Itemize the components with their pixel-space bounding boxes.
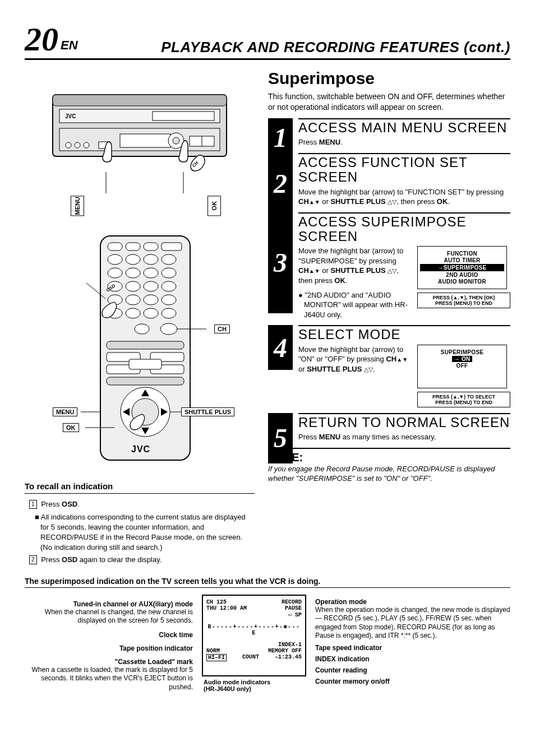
tv-left-labels: Tuned-in channel or AUX(iliary) mode Whe… (25, 595, 193, 692)
osd-line: OFF (420, 363, 504, 369)
remote-shuttle-label: SHUTTLE PLUS (181, 407, 234, 416)
step4-onscreen-col: SUPERIMPOSE → ON OFF PRESS (▲,▼) TO SELE… (417, 345, 510, 407)
s3-mid: or (320, 266, 331, 275)
recall-line2-bold: OSD (62, 555, 77, 564)
svg-point-32 (144, 281, 158, 291)
osd-line: SUPERIMPOSE (420, 349, 504, 355)
svg-point-27 (126, 268, 140, 278)
osd-line: AUTO TIMER (420, 257, 504, 263)
svg-rect-50 (107, 377, 184, 385)
recall-line2-post: again to clear the display. (77, 555, 162, 564)
step-4: 4 SELECT MODE Move the highlight bar (ar… (268, 325, 510, 407)
svg-point-5 (66, 142, 71, 148)
remote-ch-label: CH (214, 324, 230, 333)
s2-mid: or (320, 197, 331, 206)
svg-point-26 (108, 268, 122, 278)
svg-point-40 (144, 308, 158, 318)
osd-line: AUDIO MONITOR (420, 279, 504, 285)
svg-point-37 (162, 295, 176, 305)
page-header: 20 EN PLAYBACK AND RECORDING FEATURES (c… (25, 22, 510, 60)
remote-menu-label: MENU (53, 407, 77, 416)
tv-right-labels: Operation mode When the operation mode i… (315, 595, 510, 692)
tv-heading: The superimposed indication on the TV sc… (25, 577, 510, 588)
triangle-up-icon (309, 197, 315, 206)
tv-row: RECORD (282, 599, 302, 605)
osd-line-selected: →SUPERIMPOSE (420, 264, 504, 271)
s4-post: . (373, 365, 375, 373)
s2-pre: Move the highlight bar (arrow) to "FUNCT… (298, 188, 504, 196)
step-1: 1 ACCESS MAIN MENU SCREEN Press MENU. (268, 118, 510, 147)
svg-point-35 (126, 295, 140, 305)
recall-heading: To recall an indication (25, 481, 255, 494)
svg-point-11 (173, 137, 179, 144)
svg-rect-49 (129, 359, 162, 369)
remote-brand: JVC (131, 444, 150, 454)
onscreen-foot: PRESS (▲,▼) TO SELECT PRESS (MENU) TO EN… (417, 392, 510, 407)
svg-rect-21 (162, 243, 182, 251)
tv-label: Tape speed indicator (315, 644, 510, 652)
recall-line2-pre: Press (41, 555, 62, 564)
tv-label: INDEX indication (315, 655, 510, 663)
step1-bold: MENU (319, 138, 340, 146)
recall-num1: 1 (29, 500, 37, 509)
vcr-illustration: JVC CH (25, 89, 255, 216)
tv-label: "Cassette Loaded" mark (25, 658, 193, 666)
svg-point-22 (108, 254, 122, 265)
triangle-up-outline-icon (364, 365, 368, 373)
onscreen-function: FUNCTION AUTO TIMER →SUPERIMPOSE 2ND AUD… (417, 246, 507, 289)
recall-num2: 2 (29, 555, 37, 564)
step-title: SELECT MODE (298, 325, 510, 342)
svg-point-23 (126, 254, 140, 265)
tv-row: INDEX-1 (206, 642, 302, 648)
s2-post: , then press (396, 197, 437, 206)
svg-point-6 (75, 142, 80, 148)
s4-ch: CH (386, 355, 396, 363)
step-5: 5 RETURN TO NORMAL SCREEN Press MENU as … (268, 413, 510, 442)
step-2: 2 ACCESS FUNCTION SET SCREEN Move the hi… (268, 153, 510, 207)
tv-desc: When a cassette is loaded, the mark is d… (25, 666, 193, 692)
tv-label: Operation mode (315, 598, 510, 606)
triangle-down-icon (315, 197, 320, 206)
triangle-down-outline-icon (368, 365, 373, 373)
triangle-up-icon (396, 355, 402, 363)
s5-pre: Press (298, 433, 319, 441)
triangle-down-icon (315, 266, 320, 275)
remote-ok-label: OK (63, 423, 79, 432)
tv-screen: CH 125RECORD THU 12:00 AMPAUSE ▭ SP B---… (202, 595, 306, 676)
recall-bullet: All indications corresponding to the cur… (40, 513, 246, 552)
s3-pre: Move the highlight bar (arrow) to "SUPER… (298, 247, 403, 265)
svg-point-25 (162, 254, 176, 265)
step-title: ACCESS FUNCTION SET SCREEN (298, 153, 510, 185)
osd-line-selected: → ON (452, 356, 473, 362)
s5-post: as many times as necessary. (340, 433, 436, 441)
s2-ok: OK (437, 197, 448, 206)
svg-rect-18 (108, 243, 122, 251)
svg-point-28 (144, 268, 158, 278)
svg-point-31 (126, 281, 140, 291)
tv-label: Clock time (25, 631, 193, 639)
step-title: ACCESS SUPERIMPOSE SCREEN (298, 212, 510, 244)
svg-rect-19 (126, 243, 140, 251)
tv-label: Tape position indicator (25, 644, 193, 652)
svg-point-24 (144, 254, 158, 265)
tv-screen-col: CH 125RECORD THU 12:00 AMPAUSE ▭ SP B---… (201, 595, 307, 692)
tv-desc: When the channel is changed, the new cha… (25, 608, 193, 625)
tv-row: ▭ SP (206, 611, 302, 618)
s5-bold: MENU (319, 433, 340, 441)
tv-label: Tuned-in channel or AUX(iliary) mode (25, 600, 193, 608)
tv-row: MEMORY OFF (268, 648, 302, 654)
s3-bullet: "2ND AUDIO" and "AUDIO MONITOR" will app… (304, 291, 408, 319)
page-number: 20 (25, 22, 58, 56)
tv-bar: B-----+----+----+-■---E (206, 624, 302, 636)
tv-row: NORM (206, 648, 220, 654)
osd-line: FUNCTION (420, 251, 504, 257)
svg-point-41 (162, 308, 176, 318)
note-title: NOTE: (268, 448, 510, 464)
svg-point-42 (135, 324, 149, 334)
tv-row: THU 12:00 AM (206, 605, 247, 611)
tv-row: PAUSE (285, 605, 302, 611)
recall-line1-pre: Press (41, 500, 62, 508)
s3-ch: CH (298, 266, 309, 275)
tv-desc: When the operation mode is changed, the … (315, 606, 510, 641)
svg-point-7 (84, 142, 89, 148)
